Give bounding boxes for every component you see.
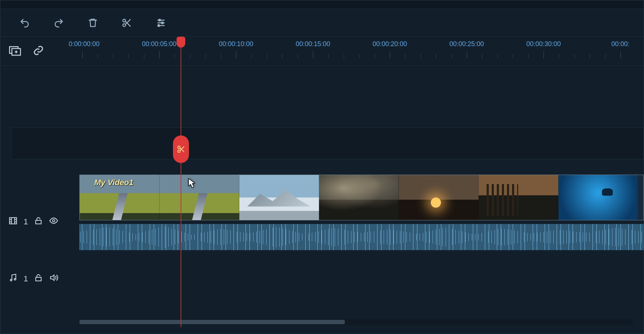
clip-thumbnail (239, 175, 319, 220)
clip-label: My Video1 (94, 178, 133, 187)
svg-rect-25 (36, 277, 41, 281)
ruler-timecode: 00:00:15:00 (296, 40, 330, 48)
clip-thumbnail (160, 175, 239, 220)
svg-point-6 (161, 22, 163, 24)
speaker-icon[interactable] (49, 273, 58, 285)
svg-point-23 (10, 279, 12, 281)
playhead-handle[interactable] (177, 37, 185, 48)
svg-rect-21 (36, 220, 41, 224)
video-clip[interactable]: My Video1 (79, 175, 644, 220)
top-tab-strip (0, 0, 644, 9)
time-ruler[interactable]: 00:00:00:0000:00:05:0000:00:10:0000:00:1… (69, 37, 644, 65)
empty-clip-slot[interactable] (11, 127, 644, 159)
ruler-timecode: 00:00:30:00 (526, 40, 561, 48)
svg-marker-26 (51, 275, 54, 280)
ruler-timecode: 00:00:00:00 (69, 40, 100, 48)
svg-point-22 (53, 220, 55, 222)
unlock-icon[interactable] (34, 216, 43, 228)
horizontal-scrollbar[interactable] (79, 319, 633, 325)
eye-icon[interactable] (49, 216, 58, 228)
svg-rect-14 (9, 217, 17, 224)
sliders-icon[interactable] (155, 17, 167, 29)
audio-waveform[interactable] (79, 224, 644, 250)
clip-thumbnail: My Video1 (80, 175, 160, 220)
split-at-playhead-button[interactable] (173, 135, 189, 163)
audio-track-header: 1 (0, 266, 69, 292)
video-track-index: 1 (24, 217, 28, 227)
link-icon[interactable] (32, 45, 45, 57)
music-note-icon (8, 273, 18, 285)
ruler-timecode: 00:00:25:00 (449, 40, 484, 48)
undo-icon[interactable] (18, 17, 31, 29)
add-marker-icon[interactable] (9, 45, 21, 57)
svg-point-7 (158, 25, 160, 27)
clip-thumbnail (479, 175, 558, 220)
overlay-track (0, 66, 644, 138)
unlock-icon[interactable] (34, 273, 43, 285)
ruler-timecode: 00:00:20:00 (372, 40, 407, 48)
scissors-icon[interactable] (121, 17, 133, 29)
trash-icon[interactable] (87, 17, 99, 29)
svg-point-24 (14, 278, 16, 280)
ruler-timecode: 00:00:10:00 (219, 40, 253, 48)
film-icon (8, 216, 18, 228)
clip-thumbnail (319, 175, 399, 220)
audio-track: 1 (0, 266, 644, 292)
scrollbar-thumb[interactable] (79, 320, 345, 324)
redo-icon[interactable] (53, 17, 65, 29)
video-track-header: 1 (0, 175, 69, 269)
clip-thumbnail (399, 175, 479, 220)
svg-point-5 (159, 19, 161, 21)
audio-track-index: 1 (24, 274, 28, 284)
clip-thumbnail (558, 175, 638, 220)
video-track: 1 My Video1 (0, 175, 644, 269)
ruler-timecode: 00:00: (611, 40, 629, 48)
timeline-toolbar (0, 9, 644, 37)
ruler-timecode: 00:00:05:00 (142, 40, 176, 48)
